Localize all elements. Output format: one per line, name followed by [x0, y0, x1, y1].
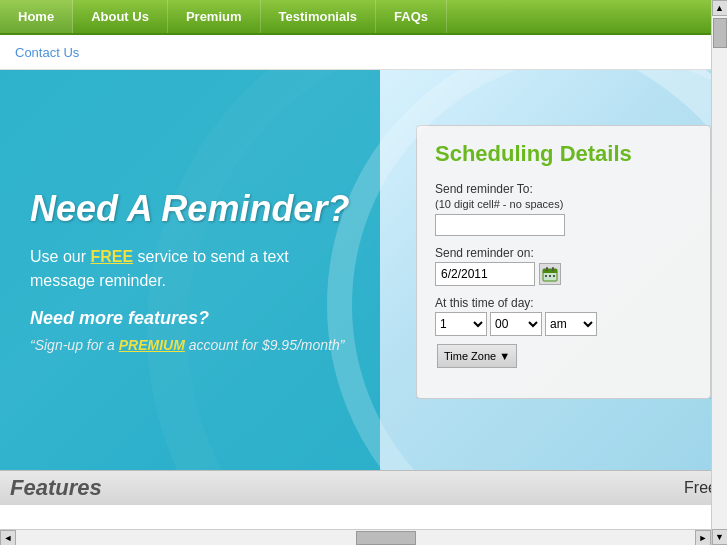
chevron-down-icon: ▼: [499, 350, 510, 362]
scroll-down-button[interactable]: ▼: [712, 529, 728, 545]
horizontal-scroll-track: [16, 530, 695, 545]
svg-rect-6: [553, 275, 555, 277]
send-to-group: Send reminder To: (10 digit cell# - no s…: [435, 182, 692, 236]
nav-spacer: [447, 0, 727, 33]
nav-premium-label: Premium: [186, 9, 242, 24]
nav-testimonials[interactable]: Testimonials: [261, 0, 377, 33]
hero-more-title: Need more features?: [30, 308, 350, 329]
footer-bar: Features Free: [0, 470, 727, 505]
left-arrow-icon: ◄: [4, 533, 13, 543]
contact-us-link[interactable]: Contact Us: [15, 45, 79, 60]
hero-text1: Use our: [30, 248, 90, 265]
hero-body-text: Use our FREE service to send a text mess…: [30, 245, 350, 293]
right-arrow-icon: ►: [699, 533, 708, 543]
down-arrow-icon: ▼: [715, 532, 724, 542]
svg-rect-3: [552, 267, 554, 271]
nav-home[interactable]: Home: [0, 0, 73, 33]
time-row: 1234 5678 9101112 00153045 ampm: [435, 312, 692, 336]
timezone-label: Time Zone: [444, 350, 496, 362]
svg-rect-0: [543, 269, 557, 281]
scheduling-title: Scheduling Details: [435, 141, 692, 167]
time-label: At this time of day:: [435, 296, 692, 310]
hero-premium-text1: “Sign-up for a: [30, 337, 119, 353]
scroll-up-button[interactable]: ▲: [712, 0, 728, 16]
send-to-label: Send reminder To:: [435, 182, 692, 196]
svg-rect-5: [549, 275, 551, 277]
hero-premium-link: PREMIUM: [119, 337, 185, 353]
nav-about-label: About Us: [91, 9, 149, 24]
hero-section: Need A Reminder? Use our FREE service to…: [0, 70, 727, 470]
nav-faqs-label: FAQs: [394, 9, 428, 24]
scheduling-panel: Scheduling Details Send reminder To: (10…: [416, 125, 711, 399]
calendar-icon[interactable]: [539, 263, 561, 285]
hero-left-panel: Need A Reminder? Use our FREE service to…: [0, 70, 380, 470]
hero-premium-text: “Sign-up for a PREMIUM account for $9.95…: [30, 337, 350, 353]
nav-bar: Home About Us Premium Testimonials FAQs: [0, 0, 727, 35]
ampm-select[interactable]: ampm: [545, 312, 597, 336]
cell-label: (10 digit cell# - no spaces): [435, 198, 563, 210]
hero-premium-text2: account for $9.95/month”: [185, 337, 345, 353]
page-scrollbar: ▲ ▼: [711, 0, 727, 545]
svg-rect-4: [545, 275, 547, 277]
send-on-group: Send reminder on:: [435, 246, 692, 286]
sub-nav: Contact Us: [0, 35, 727, 70]
main-wrapper: Home About Us Premium Testimonials FAQs …: [0, 0, 727, 545]
scroll-thumb[interactable]: [713, 18, 727, 48]
send-on-label: Send reminder on:: [435, 246, 692, 260]
nav-faqs[interactable]: FAQs: [376, 0, 447, 33]
scroll-left-button[interactable]: ◄: [0, 530, 16, 546]
scroll-right-button[interactable]: ►: [695, 530, 711, 546]
up-arrow-icon: ▲: [715, 3, 724, 13]
date-row: [435, 262, 692, 286]
nav-premium[interactable]: Premium: [168, 0, 261, 33]
time-group: At this time of day: 1234 5678 9101112 0…: [435, 296, 692, 368]
minute-select[interactable]: 00153045: [490, 312, 542, 336]
hero-title: Need A Reminder?: [30, 188, 350, 230]
svg-rect-2: [546, 267, 548, 271]
bottom-scrollbar: ◄ ►: [0, 529, 711, 545]
horizontal-scroll-thumb[interactable]: [356, 531, 416, 545]
features-label: Features: [10, 475, 102, 501]
hero-free-label: FREE: [90, 248, 133, 265]
date-input[interactable]: [435, 262, 535, 286]
nav-about[interactable]: About Us: [73, 0, 168, 33]
nav-testimonials-label: Testimonials: [279, 9, 358, 24]
svg-rect-1: [543, 269, 557, 273]
nav-home-label: Home: [18, 9, 54, 24]
phone-input[interactable]: [435, 214, 565, 236]
timezone-button[interactable]: Time Zone ▼: [437, 344, 517, 368]
hour-select[interactable]: 1234 5678 9101112: [435, 312, 487, 336]
